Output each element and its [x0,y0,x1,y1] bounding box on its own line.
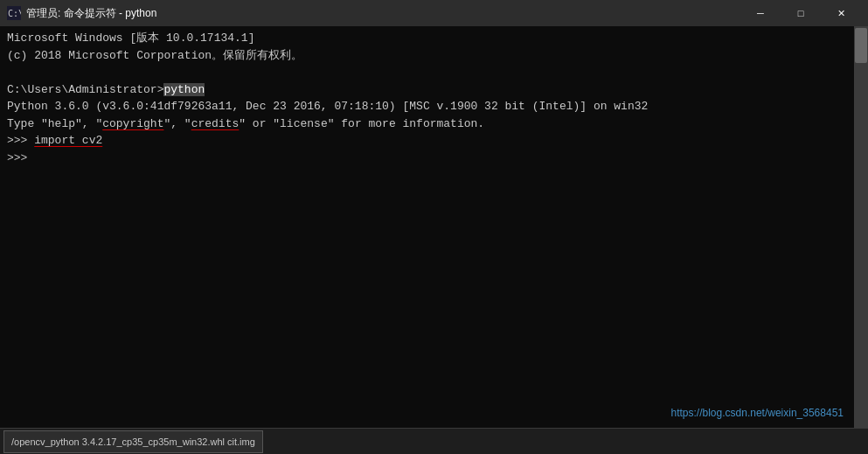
line-2: (c) 2018 Microsoft Corporation。保留所有权利。 [7,47,847,65]
close-button[interactable]: ✕ [821,0,861,26]
minimize-button[interactable]: ─ [740,0,781,26]
console-area: Microsoft Windows [版本 10.0.17134.1] (c) … [0,26,868,428]
window-title: 管理员: 命令提示符 - python [26,6,740,21]
line-6: Type "help", "copyright", "credits" or "… [7,115,847,133]
line-7: >>> import cv2 [7,132,847,150]
line-8: >>> [7,150,847,167]
title-bar: C:\ 管理员: 命令提示符 - python ─ □ ✕ [0,0,868,26]
console-output[interactable]: Microsoft Windows [版本 10.0.17134.1] (c) … [0,26,854,428]
maximize-button[interactable]: □ [781,0,821,26]
scrollbar[interactable] [854,26,868,428]
cmd-icon: C:\ [7,6,21,20]
taskbar: /opencv_python 3.4.2.17_cp35_cp35m_win32… [0,428,868,454]
line-5: Python 3.6.0 (v3.6.0:41df79263a11, Dec 2… [7,98,847,115]
scrollbar-thumb[interactable] [855,28,867,63]
line-4: C:\Users\Administrator>python [7,81,847,99]
svg-text:C:\: C:\ [8,9,21,18]
line-3 [7,64,847,81]
taskbar-item[interactable]: /opencv_python 3.4.2.17_cp35_cp35m_win32… [3,430,263,453]
watermark: https://blog.csdn.net/weixin_3568451 [671,405,844,421]
line-1: Microsoft Windows [版本 10.0.17134.1] [7,30,847,47]
window-controls: ─ □ ✕ [740,0,861,26]
